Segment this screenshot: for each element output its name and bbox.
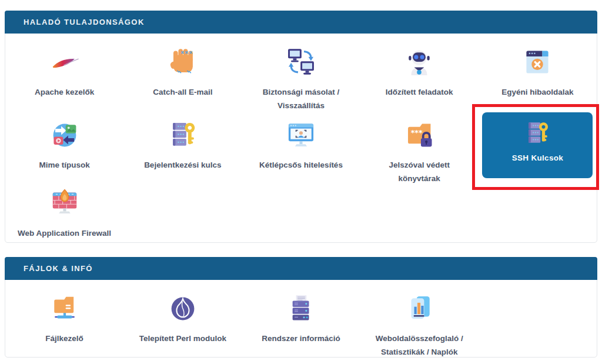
feature-label: Kétlépcsős hitelesítés xyxy=(259,158,343,172)
feature-mime-types[interactable]: Mime típusok xyxy=(5,103,123,179)
backup-restore-icon xyxy=(285,46,317,78)
feature-web-application-firewall[interactable]: Web Application Firewall xyxy=(5,179,123,236)
feature-apache-handlers[interactable]: Apache kezelők xyxy=(5,34,123,103)
file-manager-icon xyxy=(48,293,81,325)
section-header-advanced: HALADÓ TULAJDONSÁGOK xyxy=(5,11,597,34)
feature-label: Telepített Perl modulok xyxy=(139,332,226,345)
feature-label: Mime típusok xyxy=(39,158,89,172)
advanced-row-1: Apache kezelők ××× xyxy=(5,34,597,103)
section-title: HALADÓ TULAJDONSÁGOK xyxy=(24,18,145,26)
feature-cron-jobs[interactable]: Időzített feladatok xyxy=(360,34,479,103)
ssh-keys-tile[interactable]: SSH Kulcsok xyxy=(482,112,593,178)
feature-label: Egyéni hibaoldalak xyxy=(501,85,573,99)
files-row-1: Fájlkezelő Telepített Perl modulok xyxy=(5,280,597,356)
feature-label: Apache kezelők xyxy=(35,85,94,99)
feature-label: Catch-all E-mail xyxy=(153,85,212,99)
svg-text:***: *** xyxy=(411,128,423,137)
feature-two-factor-auth[interactable]: Kétlépcsős hitelesítés xyxy=(242,103,360,179)
feature-label: Bejelentkezési kulcs xyxy=(144,158,221,172)
section-files-info: FÁJLOK & INFÓ Fájlkezelő xyxy=(5,257,597,358)
feature-password-protected-directories[interactable]: *** Jelszóval védett könyvtárak xyxy=(360,103,479,179)
empty-cell xyxy=(360,179,479,236)
two-factor-icon xyxy=(285,119,317,151)
stats-logs-icon xyxy=(403,293,436,325)
empty-cell xyxy=(242,179,360,236)
system-info-icon xyxy=(285,293,317,325)
feature-ssh-keys[interactable]: SSH Kulcsok xyxy=(479,103,597,179)
section-title: FÁJLOK & INFÓ xyxy=(24,264,93,273)
feature-label: Web Application Firewall xyxy=(18,226,111,240)
section-advanced-features: HALADÓ TULAJDONSÁGOK Apache kezelők xyxy=(5,11,597,243)
section-header-files: FÁJLOK & INFÓ xyxy=(5,257,597,280)
advanced-row-3: Web Application Firewall xyxy=(5,179,597,236)
svg-text:×××: ××× xyxy=(180,49,193,55)
feature-site-summary-stats-logs[interactable]: Weboldalösszefoglaló / Statisztikák / Na… xyxy=(360,280,479,356)
empty-cell xyxy=(479,179,597,236)
mime-types-icon xyxy=(48,119,81,151)
feature-label: Rendszer információ xyxy=(262,332,340,345)
empty-cell xyxy=(479,280,597,356)
feature-backup-restore[interactable]: Biztonsági másolat / Visszaállítás xyxy=(242,34,360,103)
feature-label: Időzített feladatok xyxy=(386,85,453,99)
login-key-icon xyxy=(166,119,199,151)
empty-cell xyxy=(123,179,242,236)
protected-directories-icon: *** xyxy=(403,119,436,151)
control-panel-page: HALADÓ TULAJDONSÁGOK Apache kezelők xyxy=(0,0,602,364)
cron-robot-icon xyxy=(403,46,436,78)
feature-custom-error-pages[interactable]: Egyéni hibaoldalak xyxy=(479,34,597,103)
feature-label: Fájlkezelő xyxy=(45,332,83,345)
ssh-keys-icon xyxy=(523,119,552,148)
advanced-row-2: Mime típusok xyxy=(5,103,597,179)
feature-file-manager[interactable]: Fájlkezelő xyxy=(5,280,123,356)
feature-label: SSH Kulcsok xyxy=(512,153,563,162)
feature-catchall-email[interactable]: ××× Catch-all E-mail xyxy=(123,34,242,103)
apache-feather-icon xyxy=(48,46,81,78)
catchall-hand-icon: ××× xyxy=(166,46,199,78)
perl-modules-icon xyxy=(166,293,199,325)
waf-icon xyxy=(48,188,81,219)
error-pages-icon xyxy=(521,46,554,78)
feature-label: Weboldalösszefoglaló / Statisztikák / Na… xyxy=(369,332,470,359)
feature-perl-modules[interactable]: Telepített Perl modulok xyxy=(123,280,242,356)
feature-login-key[interactable]: Bejelentkezési kulcs xyxy=(123,103,242,179)
feature-system-information[interactable]: Rendszer információ xyxy=(242,280,360,356)
